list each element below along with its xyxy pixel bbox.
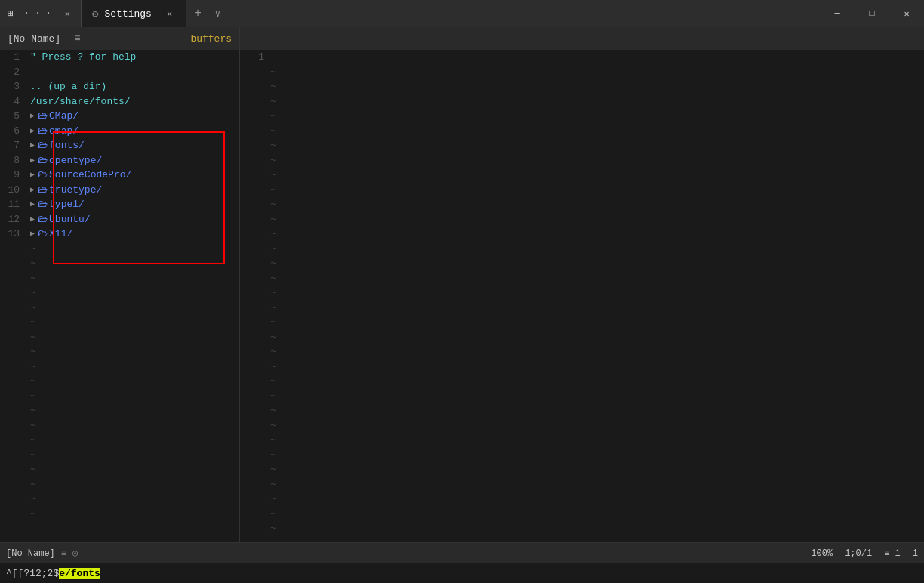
file-line-2 <box>30 65 239 80</box>
file-content: " Press ? for help .. (up a dir) /usr/sh… <box>24 50 239 542</box>
right-line-1: 1 <box>240 50 264 65</box>
tilde-13: ~ <box>30 418 239 433</box>
line-num-1: 1 <box>0 50 20 65</box>
tilde-6: ~ <box>30 315 239 330</box>
tilde-9: ~ <box>30 359 239 375</box>
app-logo: ⊞ <box>8 8 14 20</box>
no-name-label: [No Name] <box>0 33 68 45</box>
tilde-17: ~ <box>30 477 239 492</box>
cmd-prefix: ^[[?12;2$ <box>6 568 59 579</box>
right-content: 1 ~ ~ ~ ~ ~ ~ ~ ~ ~ ~ ~ ~ ~ ~ ~ ~ <box>240 50 924 542</box>
arrow-9: ▶ <box>30 168 35 183</box>
line-num-12: 12 <box>0 212 20 227</box>
tilde-1: ~ <box>30 242 239 257</box>
folder-icon-10: 🗁 <box>38 183 48 198</box>
folder-icon-6: 🗁 <box>38 124 48 139</box>
minimize-button[interactable]: ─ <box>820 0 855 27</box>
tilde-4: ~ <box>30 285 239 301</box>
window-controls: ─ □ ✕ <box>820 0 924 27</box>
line-num-8: 8 <box>0 153 20 168</box>
folder-icon-8: 🗁 <box>38 153 48 168</box>
tab-close-first[interactable]: ✕ <box>62 7 73 21</box>
left-pane: [No Name] ≡ buffers 1 2 3 4 5 6 7 8 9 10… <box>0 27 240 542</box>
arrow-13: ▶ <box>30 227 35 242</box>
tab-settings-label: Settings <box>105 8 152 20</box>
status-indicator: ≡ 1 <box>884 548 901 559</box>
tab-bar: ⊞ · · · ✕ ⚙ Settings ✕ + ∨ <box>0 0 226 27</box>
tilde-14: ~ <box>30 433 239 448</box>
line-num-13: 13 <box>0 227 20 242</box>
line-num-6: 6 <box>0 124 20 139</box>
tilde-7: ~ <box>30 330 239 345</box>
tilde-12: ~ <box>30 403 239 418</box>
file-line-11: ▶ 🗁 type1/ <box>30 197 239 212</box>
cmdline: ^[[?12;2$ e/fonts <box>0 563 924 583</box>
tilde-15: ~ <box>30 448 239 463</box>
status-position: 1;0/1 <box>845 548 872 559</box>
file-line-8: ▶ 🗁 opentype/ <box>30 153 239 168</box>
line-num-4: 4 <box>0 94 20 110</box>
line-num-9: 9 <box>0 168 20 183</box>
status-extra: 1 <box>913 548 918 559</box>
file-line-3: .. (up a dir) <box>30 79 239 94</box>
status-icon1: ≡ <box>61 548 66 559</box>
tilde-5: ~ <box>30 301 239 316</box>
status-right: 100% 1;0/1 ≡ 1 1 <box>811 548 918 559</box>
status-left: [No Name] ≡ ◎ <box>6 548 78 559</box>
buffers-label: buffers <box>183 27 239 50</box>
file-line-7: ▶ 🗁 fonts/ <box>30 138 239 153</box>
settings-icon: ⚙ <box>92 8 98 20</box>
folder-icon-5: 🗁 <box>38 109 48 124</box>
line-num-11: 11 <box>0 197 20 212</box>
tilde-column: ~ ~ ~ ~ ~ ~ ~ ~ ~ ~ ~ ~ ~ ~ ~ ~ ~ ~ ~ ~ <box>270 50 276 542</box>
line-numbers: 1 2 3 4 5 6 7 8 9 10 11 12 13 <box>0 50 24 542</box>
line-num-2: 2 <box>0 65 20 80</box>
statusbar: [No Name] ≡ ◎ 100% 1;0/1 ≡ 1 1 <box>0 542 924 563</box>
left-topbar: [No Name] ≡ buffers <box>0 27 239 50</box>
tilde-11: ~ <box>30 389 239 404</box>
arrow-5: ▶ <box>30 109 35 124</box>
tab-logo[interactable]: ⊞ · · · ✕ <box>0 0 82 27</box>
arrow-7: ▶ <box>30 138 35 153</box>
tilde-8: ~ <box>30 344 239 359</box>
file-line-13: ▶ 🗁 X11/ <box>30 227 239 242</box>
line-num-5: 5 <box>0 109 20 124</box>
tab-settings-close[interactable]: ✕ <box>164 7 175 21</box>
tab-dropdown[interactable]: ∨ <box>209 0 226 27</box>
cmd-highlighted-text: e/fonts <box>59 568 100 579</box>
folder-icon-9: 🗁 <box>38 168 48 183</box>
new-tab-button[interactable]: + <box>186 0 209 27</box>
right-line-numbers: 1 <box>240 50 270 65</box>
status-no-name: [No Name] <box>6 548 55 559</box>
tilde-10: ~ <box>30 374 239 389</box>
line-num-10: 10 <box>0 183 20 198</box>
arrow-8: ▶ <box>30 153 35 168</box>
arrow-10: ▶ <box>30 183 35 198</box>
close-button[interactable]: ✕ <box>889 0 924 27</box>
file-line-4: /usr/share/fonts/ <box>30 94 239 110</box>
tilde-2: ~ <box>30 256 239 271</box>
hamburger-icon: ≡ <box>68 32 86 45</box>
file-line-10: ▶ 🗁 truetype/ <box>30 183 239 198</box>
folder-icon-11: 🗁 <box>38 197 48 212</box>
tilde-3: ~ <box>30 271 239 286</box>
tilde-16: ~ <box>30 462 239 477</box>
right-topbar <box>240 27 924 50</box>
line-num-7: 7 <box>0 138 20 153</box>
folder-icon-7: 🗁 <box>38 138 48 153</box>
tilde-18: ~ <box>30 492 239 507</box>
main-area: [No Name] ≡ buffers 1 2 3 4 5 6 7 8 9 10… <box>0 27 924 542</box>
maximize-button[interactable]: □ <box>855 0 889 27</box>
tilde-19: ~ <box>30 507 239 522</box>
left-content: 1 2 3 4 5 6 7 8 9 10 11 12 13 " Press ? … <box>0 50 239 542</box>
folder-icon-12: 🗁 <box>38 212 48 227</box>
arrow-6: ▶ <box>30 124 35 139</box>
folder-icon-13: 🗁 <box>38 227 48 242</box>
file-line-5: ▶ 🗁 CMap/ <box>30 109 239 124</box>
line-num-3: 3 <box>0 79 20 94</box>
tab-settings[interactable]: ⚙ Settings ✕ <box>82 0 186 27</box>
tab-title-first: · · · <box>24 8 51 19</box>
status-icon2: ◎ <box>72 548 78 559</box>
titlebar: ⊞ · · · ✕ ⚙ Settings ✕ + ∨ ─ □ ✕ <box>0 0 924 27</box>
arrow-11: ▶ <box>30 197 35 212</box>
